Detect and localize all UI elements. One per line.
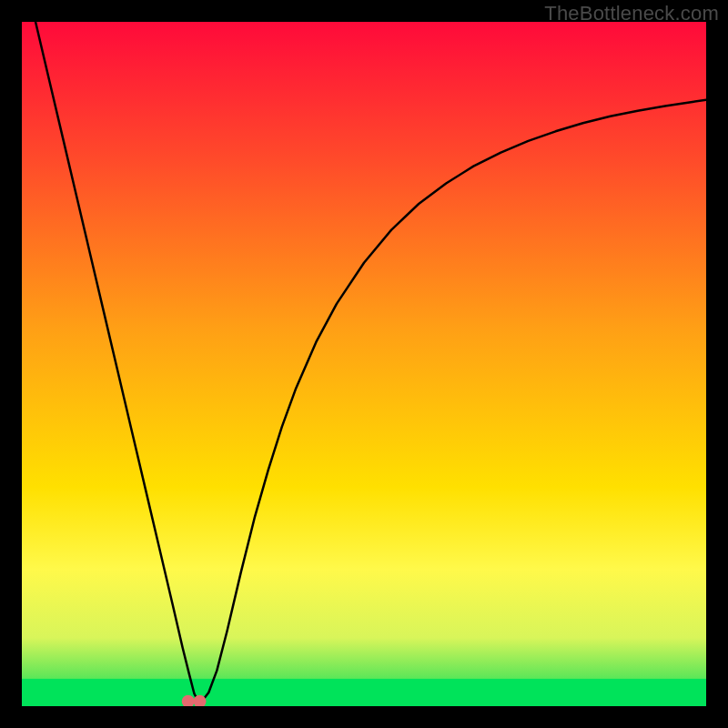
- green-band: [22, 679, 706, 706]
- gradient-background: [22, 22, 706, 706]
- watermark-text: TheBottleneck.com: [544, 2, 719, 25]
- chart-frame: [22, 22, 706, 706]
- bottleneck-chart: [22, 22, 706, 706]
